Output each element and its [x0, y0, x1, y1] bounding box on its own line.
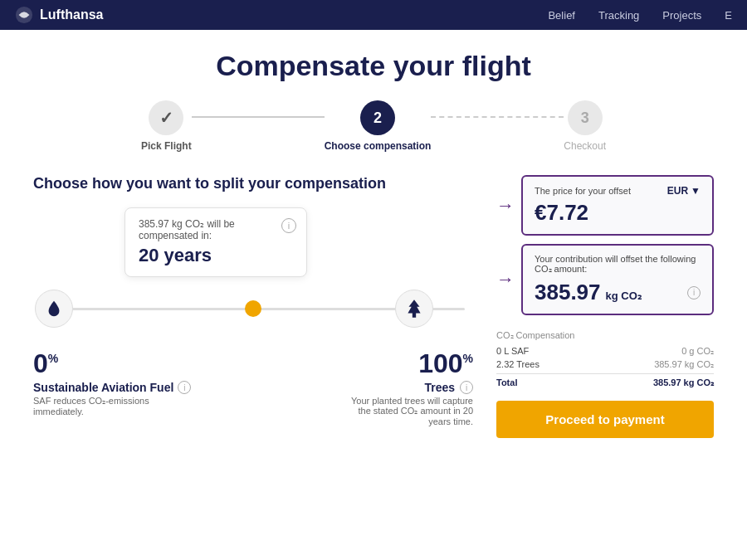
step-checkout: 3 Checkout: [564, 100, 606, 152]
tooltip-info-icon[interactable]: i: [281, 218, 296, 233]
left-panel: Choose how you want to split your compen…: [33, 175, 473, 426]
contribution-label: Your contribution will offset the follow…: [535, 254, 701, 275]
price-row: → The price for your offset EUR ▼ €7.72: [496, 175, 714, 236]
saf-block: 0% Sustainable Aviation Fuel i SAF reduc…: [33, 348, 191, 426]
nav-projects[interactable]: Projects: [662, 9, 701, 22]
logo: Lufthansa: [15, 6, 103, 24]
percentages-row: 0% Sustainable Aviation Fuel i SAF reduc…: [33, 348, 473, 426]
arrow-price-icon: →: [496, 195, 515, 217]
slider-track-container: [33, 284, 473, 334]
trees-label: Trees: [424, 381, 455, 394]
step-line-2: [431, 116, 564, 118]
trees-info-icon[interactable]: i: [460, 381, 473, 394]
co2-section-title: CO₂ Compensation: [496, 330, 714, 341]
step-pick-flight: ✓ Pick Flight: [141, 100, 192, 152]
saf-percentage: 0%: [33, 348, 191, 379]
co2-trees-label: 2.32 Trees: [496, 359, 540, 370]
tree-icon: [403, 298, 425, 319]
price-box: The price for your offset EUR ▼ €7.72: [521, 175, 714, 236]
currency-select[interactable]: EUR ▼: [667, 185, 701, 197]
choose-title: Choose how you want to split your compen…: [33, 175, 473, 192]
trees-percentage: 100%: [340, 348, 473, 379]
saf-info-icon[interactable]: i: [178, 381, 191, 394]
price-value: €7.72: [535, 200, 588, 225]
nav-links: Belief Tracking Projects E: [548, 9, 732, 22]
page-title: Compensate your flight: [33, 50, 714, 82]
slider-thumb-center[interactable]: [245, 300, 261, 317]
step-line-1: [192, 116, 325, 118]
co2-saf-value: 0 g CO₂: [681, 346, 714, 357]
arrow-contribution-icon: →: [496, 269, 515, 290]
co2-total-row: Total 385.97 kg CO₂: [496, 373, 714, 388]
tooltip-years: 20 years: [139, 245, 293, 266]
contribution-row: → Your contribution will offset the foll…: [496, 244, 714, 315]
step2-circle: 2: [360, 100, 395, 135]
nav-tracking[interactable]: Tracking: [598, 9, 639, 22]
step3-circle: 3: [568, 100, 603, 135]
price-label: The price for your offset: [535, 186, 631, 196]
nav-extra[interactable]: E: [725, 9, 732, 22]
fuel-drop-icon: [45, 299, 63, 318]
tooltip-box: i 385.97 kg CO₂ will be compensated in: …: [124, 207, 307, 277]
stepper: ✓ Pick Flight 2 Choose compensation 3 Ch…: [33, 100, 714, 152]
arrow-boxes: → The price for your offset EUR ▼ €7.72: [496, 175, 714, 315]
co2-saf-label: 0 L SAF: [496, 346, 529, 357]
price-box-top: The price for your offset EUR ▼: [535, 185, 701, 197]
right-panel: → The price for your offset EUR ▼ €7.72: [496, 175, 714, 438]
slider-track: [42, 308, 465, 310]
proceed-button[interactable]: Proceed to payment: [496, 401, 714, 438]
step1-label: Pick Flight: [141, 140, 192, 152]
co2-total-label: Total: [496, 377, 517, 388]
step-choose-compensation: 2 Choose compensation: [325, 100, 432, 152]
saf-label: Sustainable Aviation Fuel: [33, 381, 173, 394]
contribution-unit: kg CO₂: [606, 290, 642, 302]
trees-desc: Your planted trees will capture the stat…: [340, 396, 473, 426]
contribution-box: Your contribution will offset the follow…: [521, 244, 714, 315]
content-area: Choose how you want to split your compen…: [33, 175, 714, 438]
saf-desc: SAF reduces CO₂-emissions immediately.: [33, 396, 166, 416]
co2-trees-row: 2.32 Trees 385.97 kg CO₂: [496, 359, 714, 370]
step2-label: Choose compensation: [325, 140, 432, 152]
chevron-down-icon: ▼: [691, 185, 701, 197]
contribution-amount: 385.97: [535, 280, 601, 305]
slider-section: i 385.97 kg CO₂ will be compensated in: …: [33, 207, 473, 334]
co2-saf-row: 0 L SAF 0 g CO₂: [496, 346, 714, 357]
co2-trees-value: 385.97 kg CO₂: [654, 359, 714, 370]
contribution-info-icon[interactable]: i: [687, 286, 701, 299]
slider-thumb-saf[interactable]: [35, 290, 73, 328]
slider-thumb-trees[interactable]: [395, 290, 433, 328]
trees-block: 100% Trees i Your planted trees will cap…: [340, 348, 473, 426]
step3-label: Checkout: [564, 140, 606, 152]
step1-circle: ✓: [149, 100, 183, 135]
nav-belief[interactable]: Belief: [548, 9, 575, 22]
navigation: Lufthansa Belief Tracking Projects E: [0, 0, 747, 30]
tooltip-text: 385.97 kg CO₂ will be compensated in:: [139, 218, 293, 241]
contribution-amount-row: 385.97 kg CO₂ i: [535, 280, 701, 305]
co2-total-value: 385.97 kg CO₂: [653, 377, 714, 388]
co2-breakdown: CO₂ Compensation 0 L SAF 0 g CO₂ 2.32 Tr…: [496, 330, 714, 391]
